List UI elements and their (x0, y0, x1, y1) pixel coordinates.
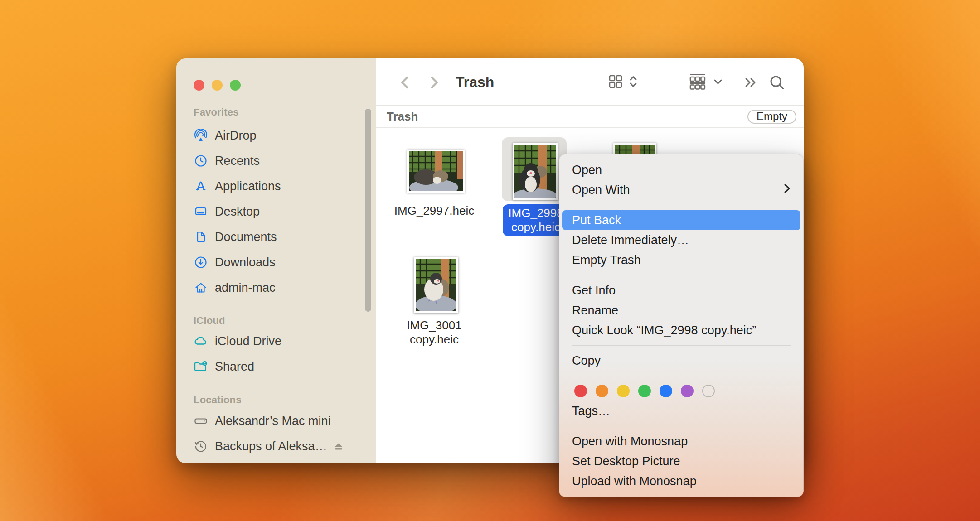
menu-item-open-with[interactable]: Open With (559, 180, 803, 200)
sidebar-section-favorites: Favorites (176, 102, 376, 123)
sidebar-item-mac-mini[interactable]: Aleksandr’s Mac mini (176, 408, 376, 434)
tag-red-icon[interactable] (574, 385, 587, 397)
icloud-icon (194, 334, 208, 348)
sidebar-item-label: Documents (215, 230, 277, 244)
menu-separator (572, 275, 791, 275)
file-thumbnail-img-2997[interactable] (407, 150, 465, 193)
file-label-img-2997[interactable]: IMG_2997.heic (376, 204, 492, 218)
section-title: Trash (387, 110, 418, 124)
sidebar-item-admin-mac[interactable]: admin-mac (176, 275, 376, 300)
window-title: Trash (456, 58, 494, 106)
applications-icon (194, 179, 208, 193)
sidebar-item-label: AirDrop (215, 129, 257, 143)
sidebar-item-documents[interactable]: Documents (176, 224, 376, 250)
menu-item-set-desktop-picture[interactable]: Set Desktop Picture (559, 451, 803, 471)
file-label-line1: IMG_3001 (376, 318, 492, 333)
sidebar-item-downloads[interactable]: Downloads (176, 250, 376, 275)
menu-item-empty-trash[interactable]: Empty Trash (559, 250, 803, 270)
sidebar-item-label: Shared (215, 360, 254, 374)
sidebar-item-label: Backups of Aleksa… (215, 439, 327, 453)
menu-item-put-back[interactable]: Put Back (562, 210, 800, 230)
sidebar-item-label: iCloud Drive (215, 334, 281, 348)
tag-green-icon[interactable] (638, 385, 651, 397)
menu-item-get-info[interactable]: Get Info (559, 280, 803, 300)
airdrop-icon (194, 129, 208, 142)
sidebar-item-label: Downloads (215, 256, 276, 270)
sidebar-item-label: admin-mac (215, 281, 276, 295)
tag-purple-icon[interactable] (681, 385, 694, 397)
menu-separator (572, 376, 791, 376)
group-by-control[interactable] (688, 74, 723, 91)
menu-item-copy[interactable]: Copy (559, 351, 803, 371)
menu-item-delete-immediately[interactable]: Delete Immediately… (559, 230, 803, 250)
grid-view-icon (608, 74, 623, 91)
eject-icon[interactable] (332, 440, 345, 456)
sidebar-item-desktop[interactable]: Desktop (176, 199, 376, 224)
sidebar-item-backups[interactable]: Backups of Aleksa… (176, 434, 376, 459)
sidebar-item-applications[interactable]: Applications (176, 174, 376, 199)
sidebar-item-airdrop[interactable]: AirDrop (176, 123, 376, 148)
view-mode-control[interactable] (608, 74, 638, 91)
menu-item-rename[interactable]: Rename (559, 300, 803, 320)
menu-separator (572, 205, 791, 205)
tag-blue-icon[interactable] (660, 385, 672, 397)
sidebar-item-icloud-drive[interactable]: iCloud Drive (176, 328, 376, 354)
submenu-chevron-icon (784, 180, 791, 200)
sidebar: Favorites AirDrop (176, 58, 376, 463)
empty-trash-button[interactable]: Empty (747, 110, 796, 124)
menu-item-tags[interactable]: Tags… (559, 401, 803, 421)
file-thumbnail-img-3001-copy[interactable] (414, 257, 458, 313)
desktop-icon (194, 205, 208, 218)
tag-orange-icon[interactable] (596, 385, 608, 397)
tag-yellow-icon[interactable] (617, 385, 630, 397)
view-mode-stepper-icon (629, 75, 638, 90)
shared-folder-icon (194, 360, 208, 373)
context-menu: Open Open With Put Back Delete Immediate… (559, 154, 804, 497)
sidebar-scrollbar[interactable] (365, 109, 371, 312)
menu-separator (572, 426, 791, 426)
toolbar: Trash (376, 58, 804, 106)
search-icon[interactable] (769, 74, 785, 91)
file-label-img-3001-copy[interactable]: IMG_3001 copy.heic (376, 318, 492, 347)
tag-color-row (559, 381, 803, 401)
documents-icon (194, 230, 208, 244)
tag-none-icon[interactable] (702, 385, 715, 397)
sidebar-item-recents[interactable]: Recents (176, 148, 376, 174)
sidebar-item-label: Applications (215, 179, 281, 193)
back-button[interactable] (397, 74, 413, 91)
section-header: Trash Empty (376, 106, 804, 128)
more-toolbar-items-button[interactable] (743, 74, 758, 91)
menu-item-upload-with-monosnap[interactable]: Upload with Monosnap (559, 471, 803, 491)
sidebar-item-label: Recents (215, 154, 260, 168)
group-by-icon (688, 73, 707, 92)
desktop: Favorites AirDrop (0, 0, 980, 521)
file-label-line2: copy.heic (376, 333, 492, 347)
sidebar-item-shared[interactable]: Shared (176, 354, 376, 379)
menu-item-open[interactable]: Open (559, 160, 803, 180)
sidebar-item-label: Desktop (215, 205, 260, 219)
sidebar-section-locations: Locations (176, 392, 376, 408)
chevron-down-icon (713, 77, 723, 88)
sidebar-section-icloud: iCloud (176, 313, 376, 328)
home-icon (194, 281, 208, 294)
file-thumbnail-img-2998-copy[interactable] (513, 143, 558, 200)
backup-clock-icon (194, 439, 208, 453)
menu-item-quick-look[interactable]: Quick Look “IMG_2998 copy.heic” (559, 320, 803, 340)
menu-item-open-with-monosnap[interactable]: Open with Monosnap (559, 431, 803, 451)
forward-button[interactable] (426, 74, 442, 91)
recents-clock-icon (194, 154, 208, 168)
sidebar-item-label: Aleksandr’s Mac mini (215, 414, 331, 428)
downloads-icon (194, 256, 208, 269)
menu-separator (572, 345, 791, 346)
mac-mini-icon (194, 414, 208, 428)
